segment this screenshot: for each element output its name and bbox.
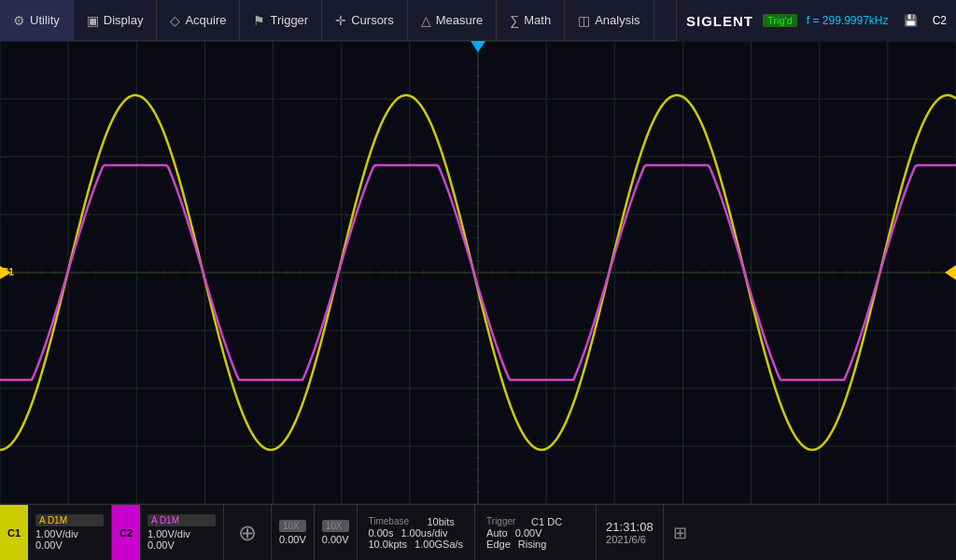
menu-item-utility[interactable]: ⚙ Utility bbox=[0, 0, 74, 41]
grid-settings-icon: ⊞ bbox=[673, 523, 687, 543]
ch1-probe-label: 10X bbox=[279, 520, 306, 532]
ch1-color-block: C1 bbox=[0, 505, 28, 560]
cursor-cross-icon: ⊕ bbox=[238, 520, 257, 546]
freq-display: f = 299.9997kHz bbox=[807, 14, 889, 27]
timebase-label: Timebase bbox=[369, 516, 420, 526]
display-icon: ▣ bbox=[87, 13, 99, 28]
timebase-offset: 0.00s bbox=[369, 527, 394, 539]
ch2-probe-info: 10X 0.00V bbox=[315, 505, 358, 560]
status-bar: C1 A D1M 1.00V/div 0.00V C2 A D1M 1.00V/… bbox=[0, 504, 956, 560]
scope-screen: C1 bbox=[0, 41, 956, 504]
channel-badge: C2 bbox=[933, 14, 947, 27]
menu-item-acquire[interactable]: ◇ Acquire bbox=[157, 0, 240, 41]
timebase-samplerate: 1.00GSa/s bbox=[415, 539, 463, 550]
time-display: 21:31:08 bbox=[606, 520, 654, 534]
ch2-waveform bbox=[0, 165, 956, 380]
trigger-direction: Rising bbox=[518, 539, 547, 550]
timebase-pts: 10.0kpts bbox=[369, 539, 408, 550]
ch1-offset: 0.00V bbox=[35, 539, 104, 551]
cursor-display: ⊕ bbox=[224, 505, 272, 560]
ch2-info: A D1M 1.00V/div 0.00V bbox=[140, 505, 224, 560]
trig-status: Trig'd bbox=[763, 14, 797, 27]
timebase-info: Timebase 10bits 0.00s 1.00us/div 10.0kpt… bbox=[358, 505, 476, 560]
ch1-info: A D1M 1.00V/div 0.00V bbox=[28, 505, 112, 560]
date-display: 2021/6/6 bbox=[606, 534, 654, 545]
brand-header: SIGLENT Trig'd f = 299.9997kHz 💾 C2 bbox=[676, 0, 956, 41]
cursors-icon: ✛ bbox=[335, 13, 346, 28]
settings-block[interactable]: ⊞ bbox=[664, 505, 696, 560]
menu-item-measure[interactable]: △ Measure bbox=[408, 0, 498, 41]
ch1-label: C1 bbox=[7, 527, 21, 539]
brand-logo: SIGLENT bbox=[686, 13, 753, 29]
measure-icon: △ bbox=[421, 13, 431, 28]
math-icon: ∑ bbox=[510, 13, 519, 28]
ch2-probe-label: 10X bbox=[322, 520, 349, 532]
ch2-coupling: A D1M bbox=[148, 514, 216, 526]
trigger-mode: Auto bbox=[486, 527, 508, 539]
analysis-icon: ◫ bbox=[578, 13, 590, 28]
timebase-div: 1.00us/div bbox=[401, 527, 447, 539]
ch1-probe-offset: 0.00V bbox=[279, 534, 306, 545]
ch2-probe-offset: 0.00V bbox=[322, 534, 349, 545]
trigger-level: 0.00V bbox=[515, 527, 542, 539]
menu-item-trigger[interactable]: ⚑ Trigger bbox=[240, 0, 322, 41]
ch2-offset: 0.00V bbox=[148, 539, 216, 551]
menu-item-analysis[interactable]: ◫ Analysis bbox=[565, 0, 654, 41]
save-icon: 💾 bbox=[904, 14, 918, 27]
ch2-color-block: C2 bbox=[112, 505, 140, 560]
acquire-icon: ◇ bbox=[170, 13, 180, 28]
trigger-source: C1 DC bbox=[531, 516, 562, 527]
ch1-probe-info: 10X 0.00V bbox=[272, 505, 315, 560]
menu-item-display[interactable]: ▣ Display bbox=[74, 0, 158, 41]
menu-item-cursors[interactable]: ✛ Cursors bbox=[322, 0, 408, 41]
trigger-info: Trigger C1 DC Auto 0.00V Edge Rising bbox=[475, 505, 597, 560]
trigger-type: Edge bbox=[486, 539, 511, 550]
trigger-label: Trigger bbox=[486, 516, 524, 526]
timebase-bits: 10bits bbox=[428, 516, 455, 527]
trigger-icon: ⚑ bbox=[253, 13, 265, 28]
ch2-label: C2 bbox=[120, 527, 133, 539]
menu-item-math[interactable]: ∑ Math bbox=[497, 0, 565, 41]
ch1-vdiv: 1.00V/div bbox=[35, 528, 104, 539]
datetime-display: 21:31:08 2021/6/6 bbox=[597, 505, 664, 560]
ch2-vdiv: 1.00V/div bbox=[148, 528, 216, 539]
menu-bar: ⚙ Utility ▣ Display ◇ Acquire ⚑ Trigger … bbox=[0, 0, 956, 41]
waveform-display bbox=[0, 41, 956, 504]
ch1-coupling: A D1M bbox=[35, 514, 104, 526]
ch1-waveform bbox=[0, 95, 956, 450]
utility-icon: ⚙ bbox=[13, 13, 25, 28]
